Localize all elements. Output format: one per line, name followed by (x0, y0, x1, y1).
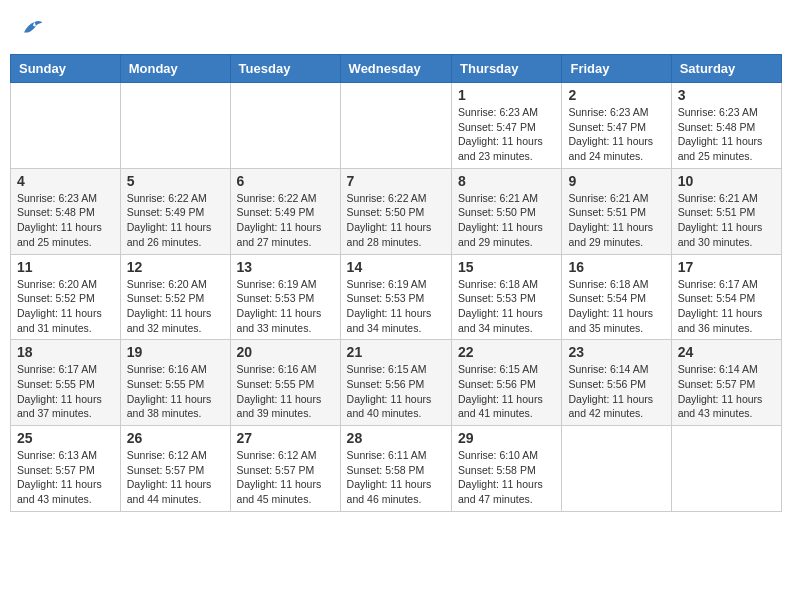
day-number: 7 (347, 173, 445, 189)
logo (10, 10, 52, 46)
calendar-cell: 8Sunrise: 6:21 AM Sunset: 5:50 PM Daylig… (452, 168, 562, 254)
day-number: 29 (458, 430, 555, 446)
day-number: 6 (237, 173, 334, 189)
day-info: Sunrise: 6:17 AM Sunset: 5:54 PM Dayligh… (678, 277, 775, 336)
day-header-sunday: Sunday (11, 55, 121, 83)
calendar-cell: 3Sunrise: 6:23 AM Sunset: 5:48 PM Daylig… (671, 83, 781, 169)
day-number: 25 (17, 430, 114, 446)
day-info: Sunrise: 6:23 AM Sunset: 5:48 PM Dayligh… (17, 191, 114, 250)
day-info: Sunrise: 6:18 AM Sunset: 5:54 PM Dayligh… (568, 277, 664, 336)
day-info: Sunrise: 6:15 AM Sunset: 5:56 PM Dayligh… (347, 362, 445, 421)
day-number: 13 (237, 259, 334, 275)
day-number: 18 (17, 344, 114, 360)
day-header-monday: Monday (120, 55, 230, 83)
day-number: 20 (237, 344, 334, 360)
calendar-cell: 25Sunrise: 6:13 AM Sunset: 5:57 PM Dayli… (11, 426, 121, 512)
day-info: Sunrise: 6:21 AM Sunset: 5:51 PM Dayligh… (678, 191, 775, 250)
week-row-4: 25Sunrise: 6:13 AM Sunset: 5:57 PM Dayli… (11, 426, 782, 512)
calendar-cell (11, 83, 121, 169)
day-info: Sunrise: 6:21 AM Sunset: 5:50 PM Dayligh… (458, 191, 555, 250)
calendar-cell: 7Sunrise: 6:22 AM Sunset: 5:50 PM Daylig… (340, 168, 451, 254)
day-info: Sunrise: 6:14 AM Sunset: 5:56 PM Dayligh… (568, 362, 664, 421)
week-row-0: 1Sunrise: 6:23 AM Sunset: 5:47 PM Daylig… (11, 83, 782, 169)
day-number: 3 (678, 87, 775, 103)
calendar-cell: 4Sunrise: 6:23 AM Sunset: 5:48 PM Daylig… (11, 168, 121, 254)
calendar-cell (340, 83, 451, 169)
day-info: Sunrise: 6:21 AM Sunset: 5:51 PM Dayligh… (568, 191, 664, 250)
day-info: Sunrise: 6:23 AM Sunset: 5:47 PM Dayligh… (458, 105, 555, 164)
day-number: 1 (458, 87, 555, 103)
day-info: Sunrise: 6:22 AM Sunset: 5:49 PM Dayligh… (127, 191, 224, 250)
day-number: 24 (678, 344, 775, 360)
day-number: 12 (127, 259, 224, 275)
day-info: Sunrise: 6:22 AM Sunset: 5:50 PM Dayligh… (347, 191, 445, 250)
calendar-cell: 13Sunrise: 6:19 AM Sunset: 5:53 PM Dayli… (230, 254, 340, 340)
day-header-friday: Friday (562, 55, 671, 83)
day-number: 26 (127, 430, 224, 446)
day-info: Sunrise: 6:17 AM Sunset: 5:55 PM Dayligh… (17, 362, 114, 421)
day-number: 16 (568, 259, 664, 275)
day-number: 9 (568, 173, 664, 189)
calendar-cell: 18Sunrise: 6:17 AM Sunset: 5:55 PM Dayli… (11, 340, 121, 426)
logo-bird-icon (20, 18, 44, 38)
calendar-cell: 6Sunrise: 6:22 AM Sunset: 5:49 PM Daylig… (230, 168, 340, 254)
day-info: Sunrise: 6:11 AM Sunset: 5:58 PM Dayligh… (347, 448, 445, 507)
calendar-cell: 29Sunrise: 6:10 AM Sunset: 5:58 PM Dayli… (452, 426, 562, 512)
day-info: Sunrise: 6:19 AM Sunset: 5:53 PM Dayligh… (347, 277, 445, 336)
calendar-cell: 24Sunrise: 6:14 AM Sunset: 5:57 PM Dayli… (671, 340, 781, 426)
day-info: Sunrise: 6:22 AM Sunset: 5:49 PM Dayligh… (237, 191, 334, 250)
day-info: Sunrise: 6:12 AM Sunset: 5:57 PM Dayligh… (127, 448, 224, 507)
page-header (10, 10, 782, 46)
day-info: Sunrise: 6:15 AM Sunset: 5:56 PM Dayligh… (458, 362, 555, 421)
calendar-cell: 22Sunrise: 6:15 AM Sunset: 5:56 PM Dayli… (452, 340, 562, 426)
calendar-header-row: SundayMondayTuesdayWednesdayThursdayFrid… (11, 55, 782, 83)
calendar-cell: 19Sunrise: 6:16 AM Sunset: 5:55 PM Dayli… (120, 340, 230, 426)
calendar-cell: 11Sunrise: 6:20 AM Sunset: 5:52 PM Dayli… (11, 254, 121, 340)
day-number: 4 (17, 173, 114, 189)
calendar-cell: 23Sunrise: 6:14 AM Sunset: 5:56 PM Dayli… (562, 340, 671, 426)
day-number: 8 (458, 173, 555, 189)
week-row-2: 11Sunrise: 6:20 AM Sunset: 5:52 PM Dayli… (11, 254, 782, 340)
day-number: 15 (458, 259, 555, 275)
calendar-cell: 26Sunrise: 6:12 AM Sunset: 5:57 PM Dayli… (120, 426, 230, 512)
day-header-thursday: Thursday (452, 55, 562, 83)
day-number: 21 (347, 344, 445, 360)
calendar-cell: 12Sunrise: 6:20 AM Sunset: 5:52 PM Dayli… (120, 254, 230, 340)
day-info: Sunrise: 6:16 AM Sunset: 5:55 PM Dayligh… (237, 362, 334, 421)
calendar-cell: 14Sunrise: 6:19 AM Sunset: 5:53 PM Dayli… (340, 254, 451, 340)
day-header-wednesday: Wednesday (340, 55, 451, 83)
calendar-cell: 9Sunrise: 6:21 AM Sunset: 5:51 PM Daylig… (562, 168, 671, 254)
calendar-cell (120, 83, 230, 169)
day-info: Sunrise: 6:23 AM Sunset: 5:47 PM Dayligh… (568, 105, 664, 164)
day-number: 19 (127, 344, 224, 360)
day-number: 23 (568, 344, 664, 360)
day-info: Sunrise: 6:20 AM Sunset: 5:52 PM Dayligh… (17, 277, 114, 336)
day-info: Sunrise: 6:23 AM Sunset: 5:48 PM Dayligh… (678, 105, 775, 164)
day-number: 17 (678, 259, 775, 275)
day-number: 10 (678, 173, 775, 189)
calendar-cell: 10Sunrise: 6:21 AM Sunset: 5:51 PM Dayli… (671, 168, 781, 254)
day-info: Sunrise: 6:16 AM Sunset: 5:55 PM Dayligh… (127, 362, 224, 421)
day-number: 14 (347, 259, 445, 275)
day-header-saturday: Saturday (671, 55, 781, 83)
calendar-cell: 5Sunrise: 6:22 AM Sunset: 5:49 PM Daylig… (120, 168, 230, 254)
title-section (774, 10, 782, 18)
calendar-cell: 28Sunrise: 6:11 AM Sunset: 5:58 PM Dayli… (340, 426, 451, 512)
day-info: Sunrise: 6:18 AM Sunset: 5:53 PM Dayligh… (458, 277, 555, 336)
calendar-cell: 17Sunrise: 6:17 AM Sunset: 5:54 PM Dayli… (671, 254, 781, 340)
calendar-cell: 16Sunrise: 6:18 AM Sunset: 5:54 PM Dayli… (562, 254, 671, 340)
week-row-1: 4Sunrise: 6:23 AM Sunset: 5:48 PM Daylig… (11, 168, 782, 254)
day-number: 11 (17, 259, 114, 275)
day-number: 5 (127, 173, 224, 189)
day-info: Sunrise: 6:13 AM Sunset: 5:57 PM Dayligh… (17, 448, 114, 507)
calendar-cell: 21Sunrise: 6:15 AM Sunset: 5:56 PM Dayli… (340, 340, 451, 426)
calendar-table: SundayMondayTuesdayWednesdayThursdayFrid… (10, 54, 782, 512)
calendar-cell (230, 83, 340, 169)
day-info: Sunrise: 6:19 AM Sunset: 5:53 PM Dayligh… (237, 277, 334, 336)
calendar-cell: 15Sunrise: 6:18 AM Sunset: 5:53 PM Dayli… (452, 254, 562, 340)
day-number: 28 (347, 430, 445, 446)
day-info: Sunrise: 6:14 AM Sunset: 5:57 PM Dayligh… (678, 362, 775, 421)
day-number: 2 (568, 87, 664, 103)
calendar-cell (562, 426, 671, 512)
calendar-cell: 27Sunrise: 6:12 AM Sunset: 5:57 PM Dayli… (230, 426, 340, 512)
